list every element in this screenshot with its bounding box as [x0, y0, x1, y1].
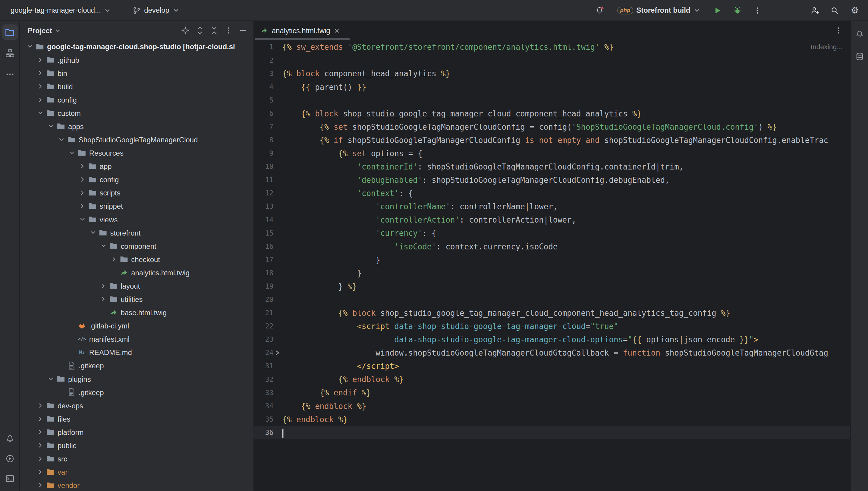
tree-chevron-icon[interactable] [36, 401, 44, 410]
more-tool-windows-button[interactable] [2, 66, 17, 82]
tree-item-label: .gitkeep [79, 388, 104, 397]
tree-item[interactable]: public [20, 439, 253, 452]
tree-item[interactable]: ShopStudioGoogleTagManagerCloud [20, 133, 253, 146]
tree-item[interactable]: files [20, 412, 253, 426]
tree-chevron-icon[interactable] [78, 188, 87, 197]
tree-chevron-icon[interactable] [99, 281, 108, 290]
tree-item[interactable]: .gitkeep [20, 359, 253, 372]
tree-chevron-icon[interactable] [89, 228, 97, 237]
tree-chevron-icon[interactable] [36, 414, 44, 423]
tree-item[interactable]: checkout [20, 253, 253, 266]
tree-item[interactable]: component [20, 239, 253, 253]
tree-chevron-icon[interactable] [78, 215, 87, 224]
tree-chevron-icon[interactable] [25, 42, 34, 51]
code-text: 'isoCode': context.currency.isoCode [281, 240, 558, 253]
md-icon: M↓ [78, 348, 86, 356]
tree-item[interactable]: vendor [20, 479, 253, 491]
tree-item[interactable]: M↓README.md [20, 346, 253, 359]
collapse-all-button[interactable] [208, 24, 220, 36]
tree-chevron-icon[interactable] [78, 162, 87, 170]
project-panel: Project [20, 21, 253, 491]
tree-item[interactable]: apps [20, 120, 253, 133]
tree-chevron-icon[interactable] [36, 56, 44, 64]
tree-item[interactable]: bin [20, 66, 253, 80]
panel-options-button[interactable] [222, 24, 235, 36]
tree-item[interactable]: snippet [20, 199, 253, 213]
tree-chevron-icon[interactable] [36, 454, 44, 463]
search-everywhere-button[interactable] [828, 4, 841, 17]
tree-chevron-icon[interactable] [36, 441, 44, 450]
tree-item[interactable]: config [20, 173, 253, 186]
tree-chevron-icon[interactable] [36, 95, 44, 104]
twig-icon [109, 308, 118, 317]
tree-item[interactable]: analytics.html.twig [20, 266, 253, 279]
select-opened-file-button[interactable] [179, 24, 191, 36]
code-with-me-button[interactable] [808, 4, 822, 17]
notifications-error-icon[interactable] [593, 4, 607, 17]
tree-item[interactable]: .github [20, 53, 253, 66]
tree-item[interactable]: utilities [20, 293, 253, 306]
run-configuration-selector[interactable]: php Storefront build [613, 4, 704, 17]
settings-button[interactable]: ⚙ [848, 4, 861, 17]
tree-chevron-icon[interactable] [36, 481, 44, 490]
tree-item[interactable]: base.html.twig [20, 306, 253, 319]
database-tool-button[interactable] [852, 49, 867, 64]
tree-chevron-icon[interactable] [36, 109, 44, 117]
project-selector[interactable]: google-tag-manager-cloud... [7, 4, 115, 17]
notifications-button[interactable] [852, 27, 867, 42]
branch-selector[interactable]: develop [129, 4, 183, 17]
services-tool-button[interactable] [2, 451, 17, 466]
tree-item[interactable]: build [20, 80, 253, 93]
terminal-tool-button[interactable] [2, 471, 17, 486]
code-text [281, 54, 282, 67]
code-editor[interactable]: 1{% sw_extends '@Storefront/storefront/c… [253, 40, 850, 491]
fold-region-icon[interactable] [273, 346, 281, 359]
tree-item[interactable]: storefront [20, 226, 253, 239]
tree-item[interactable]: config [20, 93, 253, 107]
tree-chevron-icon[interactable] [57, 135, 66, 144]
tree-chevron-icon[interactable] [36, 69, 44, 78]
tree-chevron-icon[interactable] [36, 467, 44, 476]
fold-slot [273, 173, 281, 187]
expand-all-button[interactable] [194, 24, 206, 36]
tree-indent [67, 348, 76, 356]
tree-chevron-icon[interactable] [46, 122, 55, 131]
run-button[interactable] [711, 4, 724, 17]
more-actions-button[interactable] [751, 4, 764, 17]
tree-chevron-icon[interactable] [36, 428, 44, 436]
tree-item[interactable]: src [20, 452, 253, 465]
project-view-selector[interactable]: Project [28, 26, 61, 35]
tree-chevron-icon[interactable] [78, 202, 87, 210]
tree-item[interactable]: .gitkeep [20, 385, 253, 399]
tree-item[interactable]: scripts [20, 186, 253, 199]
tree-item[interactable]: google-tag-manager-cloud.shop-studio [ho… [20, 40, 253, 53]
tree-item[interactable]: .gitlab-ci.yml [20, 319, 253, 333]
debug-button[interactable] [731, 4, 744, 17]
project-tool-button[interactable] [2, 24, 17, 40]
tree-chevron-icon[interactable] [46, 375, 55, 383]
tree-item-label: bin [58, 69, 67, 78]
editor-options-button[interactable] [832, 24, 844, 36]
tree-chevron-icon[interactable] [110, 255, 119, 264]
editor-tab[interactable]: analytics.html.twig [253, 21, 347, 40]
hide-panel-button[interactable] [237, 24, 249, 36]
tree-item[interactable]: views [20, 213, 253, 226]
structure-tool-button[interactable] [2, 46, 17, 61]
close-tab-button[interactable] [334, 27, 340, 33]
tree-chevron-icon[interactable] [67, 148, 76, 157]
tree-chevron-icon[interactable] [36, 82, 44, 91]
tree-chevron-icon[interactable] [99, 295, 108, 304]
notifications-tool-button[interactable] [2, 431, 17, 446]
tree-item[interactable]: app [20, 160, 253, 173]
tree-item[interactable]: var [20, 465, 253, 479]
tree-item[interactable]: custom [20, 107, 253, 120]
tree-chevron-icon[interactable] [99, 241, 108, 250]
tree-item[interactable]: plugins [20, 372, 253, 385]
tree-item[interactable]: </>manifest.xml [20, 333, 253, 346]
tree-item[interactable]: dev-ops [20, 399, 253, 412]
tree-item[interactable]: layout [20, 279, 253, 293]
tree-chevron-icon[interactable] [78, 175, 87, 184]
tree-item[interactable]: platform [20, 426, 253, 439]
tab-scrollbar[interactable] [255, 38, 350, 40]
tree-item[interactable]: Resources [20, 146, 253, 160]
